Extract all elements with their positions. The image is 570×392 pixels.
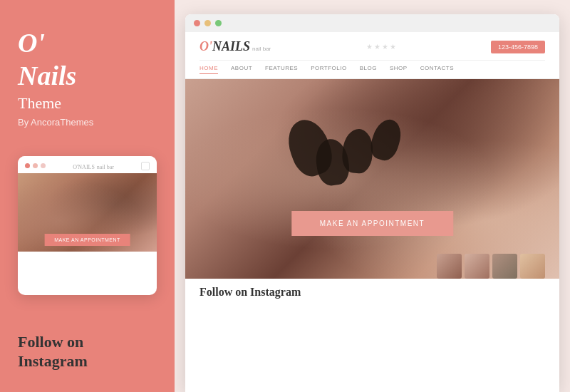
browser-dot-green[interactable]: [215, 20, 222, 26]
hero-section: MAKE AN APPOINTMENT Follow on Instagram: [185, 79, 559, 392]
mobile-logo: O'NAILS nail bar: [73, 162, 114, 170]
website-nav: HOME ABOUT FEATURES PORTFOLIO BLOG SHOP …: [200, 60, 545, 78]
browser-dot-red[interactable]: [194, 20, 200, 26]
thumbnail-2[interactable]: [465, 254, 489, 279]
nav-home[interactable]: HOME: [200, 65, 218, 74]
nav-portfolio[interactable]: PORTFOLIO: [311, 65, 347, 74]
website-logo: O'NAILSnail bar: [200, 39, 271, 54]
mobile-dots: [25, 163, 46, 168]
star-2: ★: [374, 43, 380, 51]
website-header: O'NAILSnail bar ★ ★ ★ ★ 123-456-7898 HOM…: [185, 32, 559, 79]
hero-image: MAKE AN APPOINTMENT: [185, 79, 559, 279]
website-top-bar: O'NAILSnail bar ★ ★ ★ ★ 123-456-7898: [200, 39, 545, 54]
website-stars: ★ ★ ★ ★: [366, 43, 396, 51]
right-panel: O'NAILSnail bar ★ ★ ★ ★ 123-456-7898 HOM…: [175, 0, 570, 392]
mobile-square-icon: [141, 162, 150, 170]
website-bottom: Follow on Instagram: [185, 279, 559, 306]
phone-button[interactable]: 123-456-7898: [491, 41, 545, 53]
mobile-dot-1: [25, 163, 30, 168]
mobile-header: O'NAILS nail bar: [18, 156, 157, 173]
left-panel: O' Nails Theme By AncoraThemes O'NAILS n…: [0, 0, 175, 392]
nav-contacts[interactable]: CONTACTS: [420, 65, 454, 74]
mobile-cta-button[interactable]: MAKE AN APPOINTMENT: [44, 234, 130, 246]
star-3: ★: [382, 43, 388, 51]
nav-about[interactable]: ABOUT: [231, 65, 252, 74]
hero-image-overlay: [185, 79, 559, 279]
thumbnail-strip: [437, 254, 545, 279]
star-4: ★: [390, 43, 396, 51]
browser-window: O'NAILSnail bar ★ ★ ★ ★ 123-456-7898 HOM…: [185, 14, 559, 392]
mobile-mockup: O'NAILS nail bar MAKE AN APPOINTMENT: [18, 156, 157, 295]
nav-blog[interactable]: BLOG: [360, 65, 377, 74]
star-1: ★: [366, 43, 373, 51]
thumbnail-4[interactable]: [520, 254, 545, 279]
thumbnail-1[interactable]: [437, 254, 462, 279]
browser-dot-yellow[interactable]: [204, 20, 211, 26]
mobile-dot-3: [41, 163, 46, 168]
hero-cta-button[interactable]: MAKE AN APPOINTMENT: [291, 211, 453, 236]
mobile-hero-image: MAKE AN APPOINTMENT: [18, 173, 157, 252]
follow-instagram-right: Follow on Instagram: [200, 286, 545, 299]
browser-chrome: [185, 14, 559, 32]
nav-features[interactable]: FEATURES: [265, 65, 298, 74]
nav-shop[interactable]: SHOP: [390, 65, 408, 74]
thumbnail-3[interactable]: [492, 254, 517, 279]
mobile-dot-2: [33, 163, 38, 168]
brand-name: O' Nails Theme By AncoraThemes: [18, 29, 157, 149]
follow-instagram-left: Follow on Instagram: [18, 333, 88, 371]
